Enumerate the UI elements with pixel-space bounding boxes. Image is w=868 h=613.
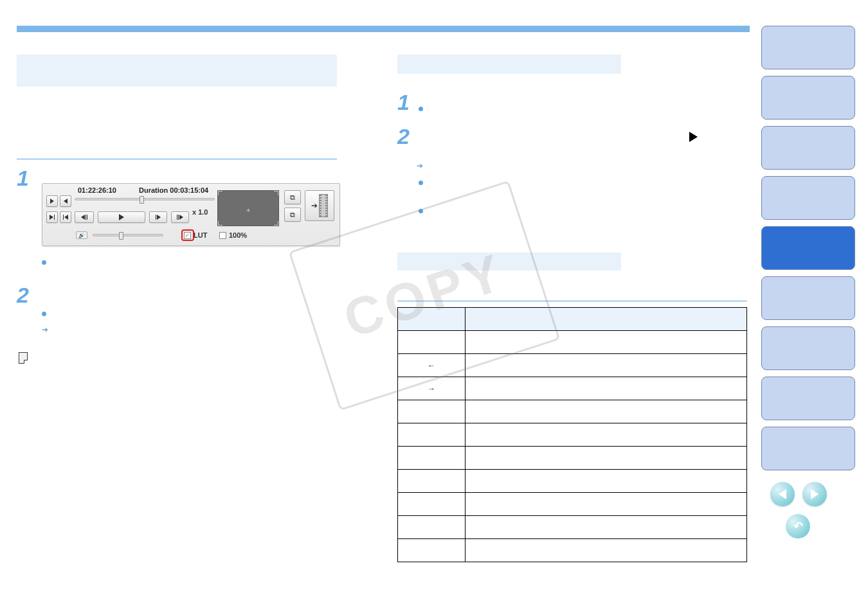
bullet-icon: [419, 181, 423, 185]
note-icon: [19, 352, 28, 364]
bullet-icon: [419, 209, 423, 213]
preview-display: +: [217, 190, 279, 226]
step-number-2-right: 2: [397, 124, 410, 149]
step-number-1-left: 1: [17, 166, 29, 191]
switch-display-button[interactable]: ⧉: [284, 190, 301, 204]
sidebar-nav: [761, 26, 855, 477]
mark-in-button[interactable]: [46, 195, 58, 207]
bullet-icon: [419, 107, 423, 111]
table-row: [398, 331, 747, 354]
section-title-right: [397, 55, 621, 74]
sidebar-tab-1[interactable]: [761, 76, 855, 120]
sidebar-tab-2[interactable]: [761, 126, 855, 170]
table-row: [398, 400, 747, 423]
table-row: →: [398, 377, 747, 400]
chevron-right-icon: [811, 489, 818, 499]
table-header-key: [398, 308, 466, 331]
step-number-2-left: 2: [17, 283, 29, 308]
sidebar-tab-7[interactable]: [761, 377, 855, 420]
chevron-left-icon: [779, 489, 786, 499]
swap-display-button[interactable]: ⧉: [284, 208, 301, 222]
duration-label: Duration 00:03:15:04: [139, 186, 208, 194]
scrub-thumb[interactable]: [140, 196, 144, 204]
hundred-percent-label: 100%: [229, 231, 247, 239]
shortcut-table: ← →: [397, 307, 747, 562]
play-clip-button[interactable]: [171, 211, 189, 223]
sidebar-tab-6[interactable]: [761, 326, 855, 370]
bullet-icon: [42, 260, 46, 265]
table-row: ←: [398, 354, 747, 377]
sidebar-tab-3[interactable]: [761, 176, 855, 220]
sidebar-tab-4[interactable]: [761, 226, 855, 270]
volume-icon[interactable]: 🔊: [76, 231, 87, 239]
step-back-button[interactable]: [75, 211, 94, 223]
scrub-slider[interactable]: [75, 198, 215, 200]
timecode-label: 01:22:26:10: [78, 186, 116, 194]
play-button[interactable]: [98, 211, 145, 223]
crosshair-icon: +: [246, 206, 250, 214]
hundred-percent-checkbox[interactable]: [219, 232, 226, 239]
lut-label: LUT: [194, 231, 207, 239]
divider-right: [397, 301, 747, 301]
play-frame-button[interactable]: [149, 211, 167, 223]
table-row: [398, 423, 747, 447]
prev-page-button[interactable]: [770, 482, 795, 506]
sidebar-tab-8[interactable]: [761, 427, 855, 470]
step-number-1-right: 1: [397, 90, 410, 115]
volume-slider[interactable]: [93, 234, 163, 236]
go-out-button[interactable]: [60, 211, 71, 223]
table-row: [398, 516, 747, 539]
filmstrip-icon: [319, 194, 328, 217]
lut-checkbox[interactable]: ✓: [184, 232, 191, 239]
section-title-left: [17, 55, 337, 87]
playback-control-bar: 01:22:26:10 Duration 00:03:15:04 x 1.0 🔊…: [42, 183, 340, 246]
sidebar-tab-5[interactable]: [761, 276, 855, 320]
table-row: [398, 539, 747, 562]
arrow-icon: ➔: [42, 325, 48, 334]
bullet-icon: [42, 312, 46, 316]
sidebar-tab-0[interactable]: [761, 26, 855, 69]
film-export-button[interactable]: ➔: [305, 190, 334, 221]
speed-label: x 1.0: [192, 208, 208, 216]
table-row: [398, 493, 747, 516]
top-bar: [17, 26, 750, 32]
section-title-right-2: [397, 253, 621, 271]
next-page-button[interactable]: [802, 482, 827, 506]
return-icon: ↶: [793, 519, 803, 533]
table-row: [398, 447, 747, 470]
table-header-op: [466, 308, 747, 331]
play-icon: [689, 132, 698, 142]
mark-out-button[interactable]: [60, 195, 71, 207]
volume-thumb[interactable]: [119, 232, 123, 240]
go-in-button[interactable]: [46, 211, 58, 223]
arrow-icon: ➔: [417, 161, 423, 170]
return-button[interactable]: ↶: [786, 514, 810, 538]
table-row: [398, 470, 747, 493]
page-nav: [770, 482, 827, 506]
divider-left: [17, 159, 337, 159]
